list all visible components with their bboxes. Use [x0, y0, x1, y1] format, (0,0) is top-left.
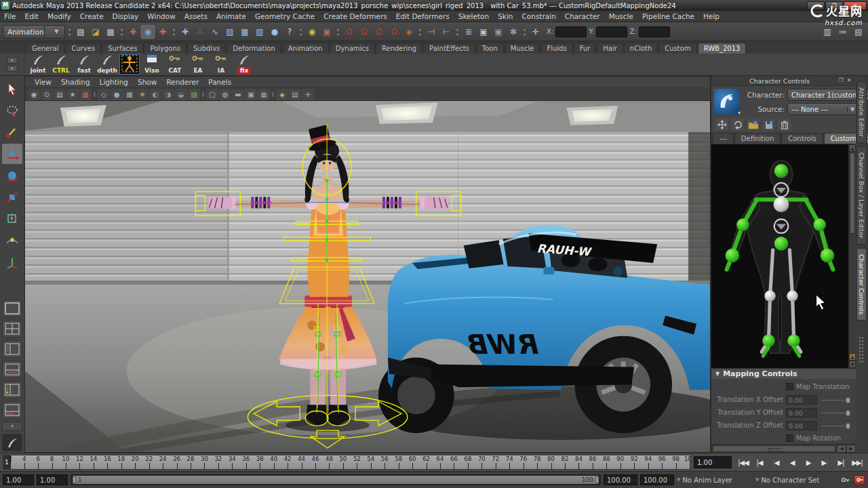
close-panel-icon[interactable]: ✕: [845, 77, 853, 84]
character-set-selector[interactable]: ▼ No Character Set: [755, 476, 837, 484]
save-skeleton-definition-icon[interactable]: [762, 119, 775, 131]
select-tool[interactable]: [2, 79, 22, 99]
lights-icon[interactable]: ✳: [136, 89, 149, 100]
file-new-icon[interactable]: ▤: [74, 25, 87, 39]
viewport-canvas[interactable]: RAUH-W RWB: [25, 101, 710, 452]
checkbox[interactable]: [786, 383, 793, 390]
shelf-tab-curves[interactable]: Curves: [65, 43, 101, 54]
image-plane-icon[interactable]: ▦: [79, 89, 92, 100]
playback-start-field[interactable]: 1.00: [37, 474, 68, 485]
shelf-tab-muscle[interactable]: Muscle: [505, 43, 540, 54]
select-camera-icon[interactable]: ◉: [28, 89, 40, 100]
paint-select-tool[interactable]: [2, 122, 22, 142]
shelf-fast-button[interactable]: fast: [73, 54, 95, 75]
scrollbar-thumb[interactable]: [850, 152, 855, 234]
animation-start-field[interactable]: 1.00: [3, 474, 34, 485]
select-surfaces-icon[interactable]: ▧: [223, 25, 237, 39]
coord-input[interactable]: [639, 26, 670, 37]
select-hierarchy-icon[interactable]: ✚: [126, 25, 140, 39]
shelf-tab-animation[interactable]: Animation: [282, 43, 329, 54]
restore-button[interactable]: ❐: [825, 1, 843, 10]
rotate-tool[interactable]: [2, 165, 22, 186]
snap-to-curves-icon[interactable]: Ω: [357, 25, 371, 39]
group-collapse-icon[interactable]: ▾▾: [335, 24, 341, 39]
layout-persp-graph-button[interactable]: [2, 361, 22, 378]
layout-persp-outliner-button[interactable]: [2, 340, 22, 358]
shelf-tab-subdivs[interactable]: Subdivs: [187, 43, 226, 54]
field-chart-icon[interactable]: ▦: [258, 89, 270, 100]
character-controls-titlebar[interactable]: ▣ Character Controls ❐ ✕: [711, 76, 856, 86]
playback-end-field[interactable]: 100.00: [604, 474, 637, 485]
side-tab-character-controls[interactable]: Character Controls: [856, 248, 867, 321]
slider-knob[interactable]: [846, 410, 850, 416]
construction-history-icon[interactable]: ≣: [462, 25, 475, 39]
play-forwards-button[interactable]: ▶: [800, 455, 816, 469]
isolate-select-icon[interactable]: ◍: [219, 89, 231, 100]
shelf-cat-button[interactable]: CAT: [164, 54, 186, 75]
lasso-select-tool[interactable]: [2, 100, 22, 121]
menu-help[interactable]: Help: [703, 12, 719, 20]
layout-four-view-button[interactable]: [2, 320, 22, 338]
range-bar[interactable]: 1 100: [73, 476, 599, 484]
mapping-controls-header[interactable]: ▼ Mapping Controls: [711, 368, 856, 379]
xray-icon[interactable]: □: [206, 89, 218, 100]
resolution-gate-icon[interactable]: ▬: [232, 89, 244, 100]
shelf-tab-hair[interactable]: Hair: [597, 43, 623, 54]
shelf-tab-dynamics[interactable]: Dynamics: [330, 43, 375, 54]
select-misc-icon[interactable]: ?: [283, 25, 296, 39]
scroll-up-icon[interactable]: ▲: [849, 144, 856, 152]
go-to-start-button[interactable]: |◀◀: [735, 455, 751, 469]
horizontal-scrollbar[interactable]: ◀ ▶: [711, 444, 856, 453]
isolate-box-icon[interactable]: ◈: [276, 89, 288, 100]
show-channel-box-icon[interactable]: ▤: [852, 25, 865, 39]
camera-attributes-icon[interactable]: ▤: [54, 89, 66, 100]
panel-resize-grip[interactable]: [859, 336, 865, 363]
shelf-ctrl-button[interactable]: CTRL: [50, 54, 72, 75]
slider-knob[interactable]: [846, 423, 850, 429]
group-collapse-icon[interactable]: ▾▾: [521, 24, 528, 39]
menu-edit-deformers[interactable]: Edit Deformers: [396, 12, 450, 20]
delete-definition-icon[interactable]: [778, 119, 791, 131]
file-save-icon[interactable]: ▦: [104, 25, 117, 39]
hud-icon[interactable]: ▤: [289, 89, 301, 100]
menu-geometry-cache[interactable]: Geometry Cache: [255, 12, 315, 20]
shelf-tabs-toggle-icon[interactable]: ▾: [7, 57, 18, 64]
lock-selection-icon[interactable]: ◉: [305, 25, 319, 39]
checkbox[interactable]: [786, 434, 793, 442]
select-points-icon[interactable]: ✚: [178, 25, 192, 39]
select-deformations-icon[interactable]: ▩: [238, 25, 252, 39]
wireframe-icon[interactable]: ◇: [98, 89, 110, 100]
layout-hypershade-persp-button[interactable]: [2, 381, 22, 399]
menu-skeleton[interactable]: Skeleton: [458, 12, 489, 20]
shelf-depth-button[interactable]: depth: [96, 54, 118, 75]
slider-knob[interactable]: [846, 397, 850, 403]
shelf-menu-icon[interactable]: ▾: [7, 65, 18, 72]
minimize-button[interactable]: –: [807, 1, 825, 10]
timeline-ruler[interactable]: 1 24681012141618202224262830323436384042…: [3, 455, 690, 470]
hscrollbar-thumb[interactable]: [713, 445, 835, 452]
snap-to-grids-icon[interactable]: Ω: [342, 25, 356, 39]
smooth-shade-icon[interactable]: ●: [111, 89, 123, 100]
shelf-viso-button[interactable]: Viso: [141, 54, 163, 75]
window-titlebar[interactable]: M Autodesk Maya 2013 Release Candidate 2…: [0, 0, 868, 11]
step-forward-frame-button[interactable]: ▶|: [833, 455, 849, 469]
step-forward-key-button[interactable]: ▶|: [816, 455, 833, 469]
menu-edit[interactable]: Edit: [25, 12, 39, 20]
select-parm-points-icon[interactable]: ∴: [193, 25, 207, 39]
coord-input[interactable]: [596, 26, 627, 37]
move-tool[interactable]: [2, 144, 22, 164]
show-attribute-editor-icon[interactable]: ▥: [821, 25, 834, 39]
offset-value-field[interactable]: 0.00: [786, 408, 817, 418]
menu-set-selector[interactable]: Animation ▼: [3, 25, 65, 39]
source-dropdown[interactable]: --- None --- ▼: [787, 103, 858, 115]
range-handle-right[interactable]: [595, 476, 599, 483]
select-curves-icon[interactable]: ∿: [208, 25, 222, 39]
vp-menu-lighting[interactable]: Lighting: [100, 78, 128, 86]
bookmark-icon[interactable]: ★: [66, 89, 79, 100]
vp-menu-show[interactable]: Show: [138, 78, 157, 86]
make-live-icon[interactable]: ◈: [402, 25, 416, 39]
lock-camera-icon[interactable]: ⊙: [41, 89, 53, 100]
shelf-tab-painteffects[interactable]: PaintEffects: [423, 43, 475, 54]
shelf-tab-custom[interactable]: Custom: [658, 43, 696, 54]
side-tab-attribute-editor[interactable]: Attribute Editor: [856, 81, 867, 143]
